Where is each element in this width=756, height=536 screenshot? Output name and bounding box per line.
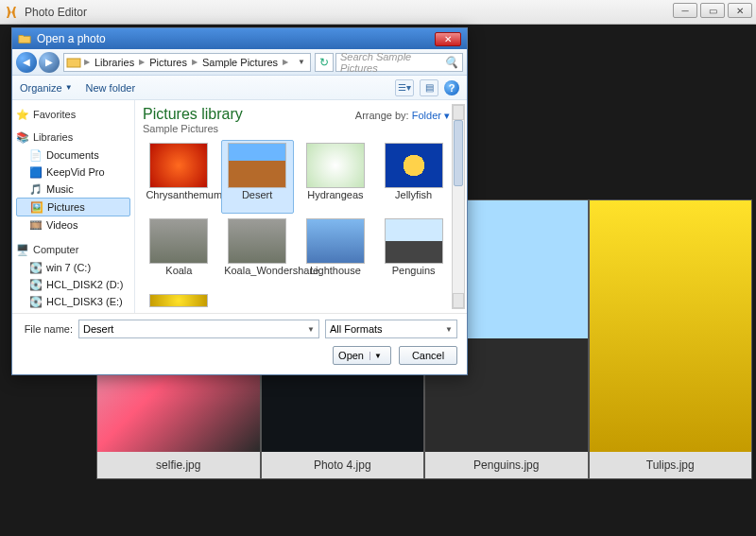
app-title: Photo Editor — [25, 6, 87, 19]
file-thumb — [306, 143, 365, 188]
app-titlebar: Photo Editor ─ ▭ ✕ — [0, 0, 756, 25]
strip-caption: selfie.jpg — [97, 452, 260, 478]
file-label: Hydrangeas — [302, 190, 369, 211]
dialog-nav-bar: ◀ ▶ ▶Libraries▶Pictures▶Sample Pictures▶… — [12, 49, 467, 76]
file-thumb — [149, 294, 208, 307]
favorites-header[interactable]: ⭐ Favorites — [16, 108, 130, 121]
dialog-close-button[interactable]: ✕ — [435, 32, 461, 46]
tree-item-pictures[interactable]: 🖼️Pictures — [16, 198, 130, 216]
drive-icon: 💽 — [29, 261, 43, 274]
tree-drive[interactable]: 💽HCL_DISK2 (D:) — [16, 276, 130, 293]
file-item[interactable]: Jellyfish — [377, 140, 450, 214]
file-label: Jellyfish — [381, 190, 447, 211]
preview-pane-button[interactable]: ▤ — [420, 79, 438, 96]
file-item[interactable]: Koala_Wondershare — [221, 216, 294, 289]
library-subtitle: Sample Pictures — [143, 123, 243, 134]
file-label: Desert — [224, 190, 290, 211]
arrange-by[interactable]: Arrange by: Folder ▾ — [355, 110, 450, 122]
file-thumb — [385, 143, 443, 188]
file-item[interactable]: Koala — [143, 216, 215, 289]
maximize-button[interactable]: ▭ — [700, 3, 725, 18]
breadcrumb-item[interactable]: Pictures — [146, 55, 191, 70]
chevron-down-icon: ▼ — [445, 325, 453, 334]
file-label: Penguins — [381, 266, 447, 286]
file-type-filter[interactable]: All Formats ▼ — [325, 320, 457, 338]
file-item[interactable]: Penguins — [377, 216, 450, 289]
open-dropdown[interactable]: ▼ — [369, 352, 386, 360]
file-thumb — [228, 218, 286, 264]
breadcrumb-item[interactable]: Libraries — [91, 55, 138, 70]
lib-icon: 🎞️ — [29, 218, 43, 232]
file-thumb — [306, 218, 365, 264]
file-item[interactable] — [143, 291, 215, 310]
nav-forward-button[interactable]: ▶ — [39, 52, 60, 73]
gallery-scrollbar[interactable] — [452, 104, 465, 309]
breadcrumb-sep[interactable]: ▶ — [83, 58, 91, 66]
file-item[interactable]: Lighthouse — [300, 216, 372, 289]
file-thumb — [228, 143, 286, 188]
open-button[interactable]: Open ▼ — [333, 346, 391, 365]
file-label: Koala_Wondershare — [224, 266, 290, 286]
libraries-icon: 📚 — [16, 130, 29, 144]
close-button[interactable]: ✕ — [728, 3, 752, 18]
star-icon: ⭐ — [16, 108, 29, 121]
libraries-header[interactable]: 📚 Libraries — [16, 130, 130, 144]
strip-caption: Tulips.jpg — [590, 452, 752, 478]
strip-caption: Penguins.jpg — [425, 452, 588, 478]
dialog-titlebar: Open a photo ✕ — [12, 28, 467, 49]
file-item[interactable]: Desert — [221, 140, 294, 214]
breadcrumb-sep[interactable]: ▶ — [138, 58, 146, 66]
drive-icon: 💽 — [29, 278, 43, 291]
computer-header[interactable]: 🖥️ Computer — [16, 243, 130, 256]
refresh-button[interactable]: ↻ — [315, 53, 334, 72]
file-label: Chrysanthemum — [146, 190, 212, 211]
tree-item-keepvid pro[interactable]: 🟦KeepVid Pro — [16, 164, 130, 181]
app-icon — [4, 5, 19, 20]
folder-small-icon — [66, 55, 81, 70]
svg-rect-0 — [67, 59, 80, 67]
tree-drive[interactable]: 💽HCL_DISK3 (E:) — [16, 293, 130, 310]
search-placeholder: Search Sample Pictures — [340, 51, 444, 74]
lib-icon: 🟦 — [29, 165, 43, 179]
drive-icon: 💽 — [29, 295, 43, 308]
lib-icon: 🖼️ — [30, 200, 43, 214]
strip-item[interactable]: Tulips.jpg — [589, 199, 753, 479]
cancel-button[interactable]: Cancel — [399, 346, 457, 365]
tree-drive[interactable]: 💽win 7 (C:) — [16, 259, 130, 276]
computer-icon: 🖥️ — [16, 243, 29, 256]
nav-tree: ⭐ Favorites 📚 Libraries 📄Documents🟦KeepV… — [12, 100, 135, 313]
folder-icon — [18, 32, 31, 45]
tree-item-videos[interactable]: 🎞️Videos — [16, 216, 130, 233]
strip-thumb — [590, 200, 752, 452]
breadcrumb-sep[interactable]: ▶ — [191, 58, 198, 66]
nav-back-button[interactable]: ◀ — [16, 52, 37, 73]
breadcrumb-bar[interactable]: ▶Libraries▶Pictures▶Sample Pictures▶ ▼ — [63, 53, 311, 72]
search-input[interactable]: Search Sample Pictures 🔍 — [335, 53, 463, 72]
lib-icon: 📄 — [29, 148, 43, 162]
file-name-label: File name: — [22, 323, 73, 335]
search-icon: 🔍 — [444, 56, 458, 69]
file-label: Koala — [146, 266, 212, 286]
dialog-footer: File name: Desert ▼ All Formats ▼ Open ▼… — [12, 313, 467, 374]
tree-item-documents[interactable]: 📄Documents — [16, 147, 130, 164]
file-item[interactable]: Hydrangeas — [300, 140, 372, 214]
file-thumb — [385, 218, 443, 264]
breadcrumb-sep[interactable]: ▶ — [282, 58, 289, 66]
library-title: Pictures library — [143, 106, 243, 123]
help-button[interactable]: ? — [444, 80, 459, 95]
view-options-button[interactable]: ☰▾ — [395, 79, 414, 96]
strip-caption: Photo 4.jpg — [262, 452, 424, 478]
new-folder-button[interactable]: New folder — [86, 82, 136, 94]
lib-icon: 🎵 — [29, 182, 43, 196]
file-name-input[interactable]: Desert ▼ — [78, 320, 319, 338]
file-item[interactable]: Chrysanthemum — [143, 140, 215, 214]
chevron-down-icon: ▼ — [307, 325, 315, 334]
breadcrumb-item[interactable]: Sample Pictures — [198, 55, 282, 70]
breadcrumb-dropdown[interactable]: ▼ — [295, 58, 308, 66]
tree-item-music[interactable]: 🎵Music — [16, 181, 130, 198]
organize-menu[interactable]: Organize▼ — [20, 82, 73, 94]
file-thumb — [149, 143, 208, 188]
file-gallery: Pictures library Sample Pictures Arrange… — [135, 100, 467, 313]
dialog-toolbar: Organize▼ New folder ☰▾ ▤ ? — [12, 76, 467, 100]
minimize-button[interactable]: ─ — [673, 3, 697, 18]
